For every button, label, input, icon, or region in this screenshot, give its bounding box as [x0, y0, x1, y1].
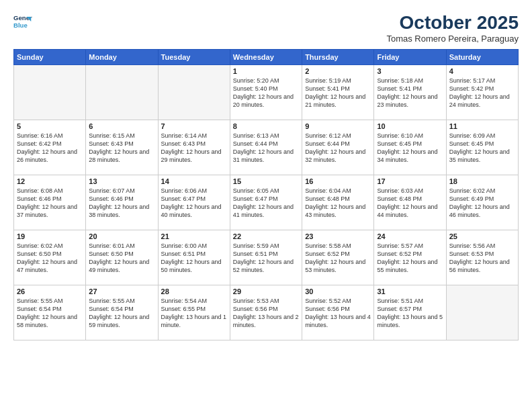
day-cell: 6Sunrise: 6:15 AM Sunset: 6:43 PM Daylig…	[86, 120, 158, 175]
day-cell: 14Sunrise: 6:06 AM Sunset: 6:47 PM Dayli…	[158, 175, 230, 230]
day-cell: 24Sunrise: 5:57 AM Sunset: 6:52 PM Dayli…	[374, 230, 446, 285]
day-info: Sunrise: 5:59 AM Sunset: 6:51 PM Dayligh…	[233, 242, 299, 275]
day-info: Sunrise: 6:13 AM Sunset: 6:44 PM Dayligh…	[233, 132, 299, 165]
day-number: 12	[17, 177, 83, 185]
day-cell: 10Sunrise: 6:10 AM Sunset: 6:45 PM Dayli…	[374, 120, 446, 175]
day-cell: 11Sunrise: 6:09 AM Sunset: 6:45 PM Dayli…	[446, 120, 518, 175]
day-cell: 13Sunrise: 6:07 AM Sunset: 6:46 PM Dayli…	[86, 175, 158, 230]
header-sunday: Sunday	[14, 50, 86, 65]
weekday-header-row: Sunday Monday Tuesday Wednesday Thursday…	[14, 50, 519, 65]
week-row-3: 12Sunrise: 6:08 AM Sunset: 6:46 PM Dayli…	[14, 175, 519, 230]
day-number: 3	[377, 67, 443, 75]
day-number: 17	[377, 177, 443, 185]
day-cell: 8Sunrise: 6:13 AM Sunset: 6:44 PM Daylig…	[230, 120, 302, 175]
day-cell: 25Sunrise: 5:56 AM Sunset: 6:53 PM Dayli…	[446, 230, 518, 285]
day-info: Sunrise: 6:02 AM Sunset: 6:50 PM Dayligh…	[17, 242, 83, 275]
day-number: 2	[305, 67, 371, 75]
day-cell: 7Sunrise: 6:14 AM Sunset: 6:43 PM Daylig…	[158, 120, 230, 175]
logo-icon: General Blue	[13, 12, 32, 31]
day-info: Sunrise: 6:00 AM Sunset: 6:51 PM Dayligh…	[161, 242, 227, 275]
day-number: 4	[449, 67, 515, 75]
day-number: 9	[305, 122, 371, 130]
day-info: Sunrise: 6:08 AM Sunset: 6:46 PM Dayligh…	[17, 187, 83, 220]
header-friday: Friday	[374, 50, 446, 65]
day-cell: 26Sunrise: 5:55 AM Sunset: 6:54 PM Dayli…	[14, 285, 86, 340]
day-cell: 28Sunrise: 5:54 AM Sunset: 6:55 PM Dayli…	[158, 285, 230, 340]
day-info: Sunrise: 5:19 AM Sunset: 5:41 PM Dayligh…	[305, 77, 371, 109]
day-number: 19	[17, 232, 83, 240]
day-cell: 20Sunrise: 6:01 AM Sunset: 6:50 PM Dayli…	[86, 230, 158, 285]
day-number: 11	[449, 122, 515, 130]
day-number: 25	[449, 232, 515, 240]
day-cell: 17Sunrise: 6:03 AM Sunset: 6:48 PM Dayli…	[374, 175, 446, 230]
day-cell	[446, 285, 518, 340]
day-info: Sunrise: 5:54 AM Sunset: 6:55 PM Dayligh…	[161, 297, 227, 330]
day-cell: 23Sunrise: 5:58 AM Sunset: 6:52 PM Dayli…	[302, 230, 374, 285]
day-number: 1	[233, 67, 299, 75]
day-number: 14	[161, 177, 227, 185]
day-number: 22	[233, 232, 299, 240]
day-cell: 1Sunrise: 5:20 AM Sunset: 5:40 PM Daylig…	[230, 65, 302, 120]
day-number: 20	[89, 232, 154, 240]
logo: General Blue	[13, 12, 32, 31]
day-number: 31	[377, 287, 443, 295]
day-number: 28	[161, 287, 227, 295]
day-info: Sunrise: 5:20 AM Sunset: 5:40 PM Dayligh…	[233, 77, 299, 109]
header: General Blue October 2025 Tomas Romero P…	[13, 12, 519, 44]
day-number: 8	[233, 122, 299, 130]
week-row-2: 5Sunrise: 6:16 AM Sunset: 6:42 PM Daylig…	[14, 120, 519, 175]
day-info: Sunrise: 5:51 AM Sunset: 6:57 PM Dayligh…	[377, 297, 443, 330]
day-cell: 18Sunrise: 6:02 AM Sunset: 6:49 PM Dayli…	[446, 175, 518, 230]
day-number: 16	[305, 177, 371, 185]
day-info: Sunrise: 5:17 AM Sunset: 5:42 PM Dayligh…	[449, 77, 515, 109]
day-info: Sunrise: 6:14 AM Sunset: 6:43 PM Dayligh…	[161, 132, 227, 165]
day-cell: 16Sunrise: 6:04 AM Sunset: 6:48 PM Dayli…	[302, 175, 374, 230]
day-info: Sunrise: 6:07 AM Sunset: 6:46 PM Dayligh…	[89, 187, 154, 220]
day-cell: 21Sunrise: 6:00 AM Sunset: 6:51 PM Dayli…	[158, 230, 230, 285]
day-info: Sunrise: 5:53 AM Sunset: 6:56 PM Dayligh…	[233, 297, 299, 330]
week-row-1: 1Sunrise: 5:20 AM Sunset: 5:40 PM Daylig…	[14, 65, 519, 120]
day-number: 13	[89, 177, 154, 185]
title-area: October 2025 Tomas Romero Pereira, Parag…	[386, 12, 519, 44]
day-cell: 9Sunrise: 6:12 AM Sunset: 6:44 PM Daylig…	[302, 120, 374, 175]
day-cell: 3Sunrise: 5:18 AM Sunset: 5:41 PM Daylig…	[374, 65, 446, 120]
day-cell: 31Sunrise: 5:51 AM Sunset: 6:57 PM Dayli…	[374, 285, 446, 340]
day-cell: 22Sunrise: 5:59 AM Sunset: 6:51 PM Dayli…	[230, 230, 302, 285]
day-cell: 4Sunrise: 5:17 AM Sunset: 5:42 PM Daylig…	[446, 65, 518, 120]
day-info: Sunrise: 5:52 AM Sunset: 6:56 PM Dayligh…	[305, 297, 371, 330]
day-info: Sunrise: 6:03 AM Sunset: 6:48 PM Dayligh…	[377, 187, 443, 220]
day-number: 18	[449, 177, 515, 185]
day-cell	[14, 65, 86, 120]
day-number: 15	[233, 177, 299, 185]
day-number: 6	[89, 122, 154, 130]
day-number: 29	[233, 287, 299, 295]
day-cell: 27Sunrise: 5:55 AM Sunset: 6:54 PM Dayli…	[86, 285, 158, 340]
day-cell: 12Sunrise: 6:08 AM Sunset: 6:46 PM Dayli…	[14, 175, 86, 230]
day-info: Sunrise: 5:56 AM Sunset: 6:53 PM Dayligh…	[449, 242, 515, 275]
day-number: 23	[305, 232, 371, 240]
day-number: 26	[17, 287, 83, 295]
day-info: Sunrise: 6:01 AM Sunset: 6:50 PM Dayligh…	[89, 242, 154, 275]
header-thursday: Thursday	[302, 50, 374, 65]
day-info: Sunrise: 6:02 AM Sunset: 6:49 PM Dayligh…	[449, 187, 515, 220]
day-info: Sunrise: 5:58 AM Sunset: 6:52 PM Dayligh…	[305, 242, 371, 275]
day-info: Sunrise: 6:06 AM Sunset: 6:47 PM Dayligh…	[161, 187, 227, 220]
day-cell	[158, 65, 230, 120]
day-info: Sunrise: 5:57 AM Sunset: 6:52 PM Dayligh…	[377, 242, 443, 275]
day-cell: 30Sunrise: 5:52 AM Sunset: 6:56 PM Dayli…	[302, 285, 374, 340]
header-monday: Monday	[86, 50, 158, 65]
day-info: Sunrise: 6:12 AM Sunset: 6:44 PM Dayligh…	[305, 132, 371, 165]
day-cell: 29Sunrise: 5:53 AM Sunset: 6:56 PM Dayli…	[230, 285, 302, 340]
svg-text:Blue: Blue	[13, 21, 28, 29]
day-cell: 5Sunrise: 6:16 AM Sunset: 6:42 PM Daylig…	[14, 120, 86, 175]
header-wednesday: Wednesday	[230, 50, 302, 65]
header-tuesday: Tuesday	[158, 50, 230, 65]
calendar-table: Sunday Monday Tuesday Wednesday Thursday…	[13, 49, 519, 340]
location-subtitle: Tomas Romero Pereira, Paraguay	[386, 34, 519, 44]
day-number: 7	[161, 122, 227, 130]
week-row-5: 26Sunrise: 5:55 AM Sunset: 6:54 PM Dayli…	[14, 285, 519, 340]
month-title: October 2025	[386, 12, 519, 34]
day-number: 27	[89, 287, 154, 295]
calendar-page: General Blue October 2025 Tomas Romero P…	[0, 0, 532, 411]
day-info: Sunrise: 5:55 AM Sunset: 6:54 PM Dayligh…	[17, 297, 83, 330]
